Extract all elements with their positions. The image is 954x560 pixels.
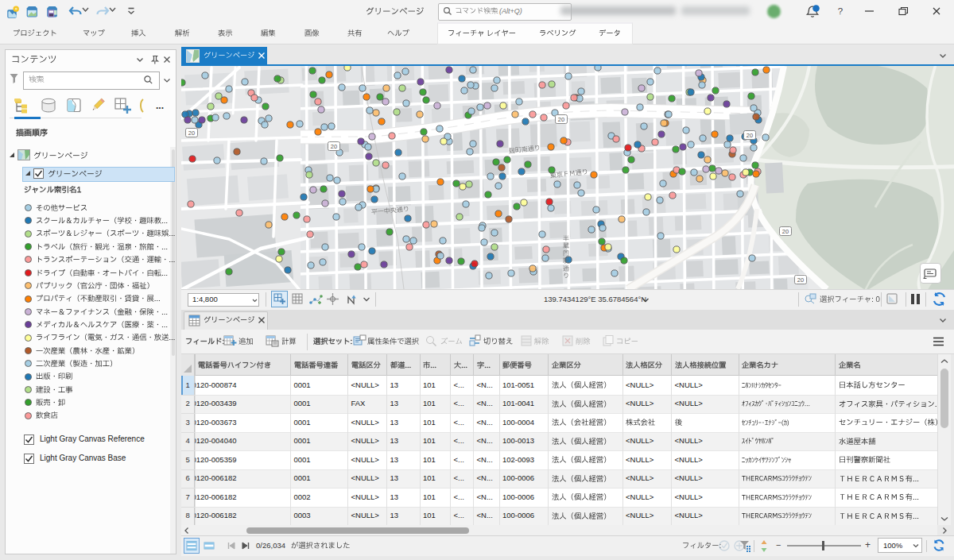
svg-text:20: 20 [558,116,564,123]
svg-text:20: 20 [331,143,337,150]
svg-text:20: 20 [797,276,804,284]
svg-text:20: 20 [747,132,753,139]
svg-text:20: 20 [188,129,195,137]
svg-text:20: 20 [782,228,789,235]
